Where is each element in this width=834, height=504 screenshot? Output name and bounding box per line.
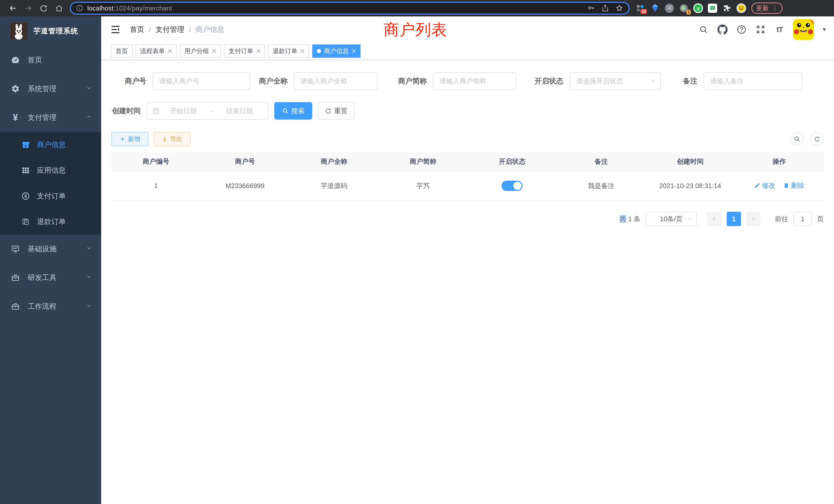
full-name-input[interactable] (294, 72, 377, 90)
next-page-button[interactable] (746, 212, 761, 226)
dashboard-icon (11, 55, 20, 65)
font-size-button[interactable]: tT (774, 24, 785, 35)
cell-actions: 修改 删除 (734, 171, 824, 201)
reset-button[interactable]: 重置 (318, 102, 354, 120)
sidebar-item-pay[interactable]: ¥ 支付管理 (0, 103, 101, 132)
tag-merchant-info[interactable]: 商户信息 (312, 44, 360, 58)
collapse-sidebar-button[interactable] (108, 22, 123, 37)
sidebar-item-app[interactable]: 应用信息 (0, 158, 101, 183)
header-search-button[interactable] (698, 24, 709, 35)
sidebar-item-devtools[interactable]: 研发工具 (0, 263, 101, 292)
extension-circle-icon[interactable]: 1 (679, 3, 689, 13)
cell-full-name: 芋道源码 (290, 171, 379, 201)
sidebar-item-workflow[interactable]: 工作流程 (0, 292, 101, 321)
sidebar-item-refund-order[interactable]: 退款订单 (0, 209, 101, 234)
sidebar-item-system[interactable]: 系统管理 (0, 74, 101, 103)
breadcrumb: 首页 / 支付管理 / 商户信息 (130, 25, 224, 35)
search-button[interactable]: 搜索 (274, 102, 312, 120)
tag-user-group[interactable]: 用户分组 (180, 44, 221, 58)
sidebar-logo-row[interactable]: 芋道管理系统 (0, 17, 101, 46)
bookmark-star-icon[interactable] (615, 4, 623, 12)
breadcrumb-pay[interactable]: 支付管理 (156, 25, 184, 35)
reset-button-label: 重置 (334, 107, 347, 115)
create-time-range-input[interactable]: 开始日期 - 结束日期 (147, 102, 269, 120)
chevron-up-icon (86, 113, 92, 122)
cell-remark: 我是备注 (557, 171, 646, 201)
app-title: 芋道管理系统 (34, 26, 78, 36)
extension-yudao-icon[interactable]: y (693, 3, 703, 13)
back-button[interactable] (5, 0, 21, 17)
goto-page-input[interactable] (793, 212, 812, 226)
filter-row-1: 商户号 商户全称 商户简称 开启状态 请选择开启状态 备注 (111, 72, 824, 90)
total-prefix: 共 (620, 215, 626, 223)
document-copy-icon (21, 217, 30, 226)
page-size-select[interactable]: 10条/页 (645, 212, 697, 226)
chevron-left-icon (712, 216, 717, 222)
breadcrumb-separator: / (149, 25, 151, 33)
refresh-table-button[interactable] (810, 132, 824, 146)
export-button[interactable]: 导出 (154, 132, 191, 146)
end-date-placeholder[interactable]: 结束日期 (216, 107, 263, 115)
close-icon[interactable] (168, 49, 172, 53)
extension-chat-icon[interactable] (708, 3, 718, 13)
status-label: 开启状态 (516, 76, 570, 86)
sidebar-item-label: 研发工具 (28, 273, 57, 282)
breadcrumb-home[interactable]: 首页 (130, 25, 144, 35)
total-suffix: 条 (634, 215, 640, 223)
show-search-button[interactable] (790, 132, 804, 146)
gear-icon (11, 84, 20, 93)
table-toolbar: 新增 导出 (111, 132, 824, 146)
fullscreen-button[interactable] (755, 24, 766, 35)
short-name-input[interactable] (433, 72, 516, 90)
kebab-menu-icon[interactable]: ⋮ (772, 5, 778, 12)
close-icon[interactable] (212, 49, 216, 53)
tag-pay-order[interactable]: 支付订单 (224, 44, 265, 58)
sidebar-item-merchant[interactable]: 商户信息 (0, 132, 101, 158)
extension-command-icon[interactable]: ⌘ (664, 3, 674, 13)
status-toggle[interactable] (502, 181, 523, 191)
update-button[interactable]: 更新 ⋮ (751, 3, 783, 14)
help-button[interactable] (736, 24, 747, 35)
close-icon[interactable] (352, 49, 356, 53)
tag-process-form[interactable]: 流程表单 (136, 44, 177, 58)
add-button[interactable]: 新增 (111, 132, 148, 146)
status-select[interactable]: 请选择开启状态 (570, 72, 661, 90)
github-button[interactable] (717, 24, 728, 35)
sidebar-submenu-pay: 商户信息 应用信息 支付订单 退款订单 (0, 132, 101, 234)
avatar-caret-icon[interactable]: ▼ (822, 27, 827, 32)
tag-refund-order[interactable]: 退款订单 (268, 44, 309, 58)
create-time-label: 创建时间 (111, 106, 147, 116)
share-icon[interactable] (601, 4, 609, 12)
sidebar-item-infra[interactable]: 基础设施 (0, 234, 101, 263)
forward-button[interactable] (21, 0, 36, 17)
col-full-name: 商户全称 (290, 153, 379, 171)
tag-label: 退款订单 (273, 47, 297, 55)
extensions-tray: 10 ⌘ 1 y (636, 3, 746, 13)
page-number-1[interactable]: 1 (727, 212, 741, 226)
extensions-puzzle-icon[interactable] (722, 3, 732, 13)
chevron-right-icon (751, 216, 756, 222)
extension-blocks-icon[interactable]: 10 (636, 3, 645, 13)
active-dot (317, 49, 321, 53)
passkey-icon[interactable] (587, 4, 595, 12)
url-bar[interactable]: localhost:1024/pay/merchant (70, 2, 630, 15)
start-date-placeholder[interactable]: 开始日期 (160, 107, 207, 115)
close-icon[interactable] (256, 49, 260, 53)
remark-input[interactable] (704, 72, 802, 90)
refresh-icon (814, 136, 820, 142)
chevron-down-icon (86, 85, 92, 93)
delete-link[interactable]: 删除 (783, 181, 804, 190)
edit-link[interactable]: 修改 (754, 181, 775, 190)
sidebar-item-pay-order[interactable]: 支付订单 (0, 183, 101, 209)
reload-button[interactable] (36, 0, 51, 17)
user-avatar[interactable] (793, 19, 814, 40)
close-icon[interactable] (301, 49, 305, 53)
home-button[interactable] (51, 0, 67, 17)
prev-page-button[interactable] (707, 212, 722, 226)
merchant-no-input[interactable] (153, 72, 250, 90)
tag-home[interactable]: 首页 (111, 44, 132, 58)
extension-emoji-icon[interactable] (737, 3, 746, 13)
extension-gem-icon[interactable] (650, 3, 660, 13)
sidebar-item-home[interactable]: 首页 (0, 46, 101, 74)
browser-toolbar: localhost:1024/pay/merchant 10 ⌘ 1 y (0, 0, 834, 17)
